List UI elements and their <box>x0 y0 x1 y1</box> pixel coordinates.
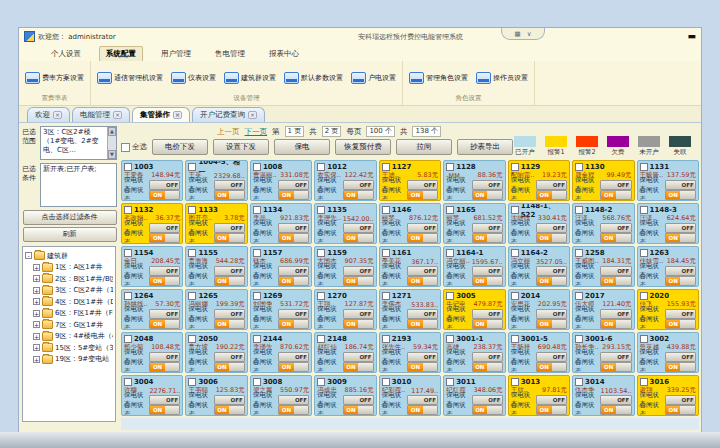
toggle-off-segment[interactable] <box>165 320 180 328</box>
toggle-off-segment[interactable]: OFF <box>423 267 438 275</box>
switch-toggle[interactable]: ON <box>343 405 374 415</box>
power-keep-toggle[interactable]: OFF <box>472 352 503 362</box>
switch-toggle[interactable]: ON <box>600 362 631 372</box>
toggle-off-segment[interactable] <box>229 191 244 199</box>
switch-toggle[interactable]: ON <box>665 233 696 243</box>
toggle-on-segment[interactable]: ON <box>666 277 681 285</box>
toggle-on-segment[interactable] <box>279 396 294 404</box>
power-keep-toggle[interactable]: OFF <box>536 223 567 233</box>
choose-filter-button[interactable]: 点击选择过滤条件 <box>23 210 117 225</box>
toggle-on-segment[interactable]: ON <box>601 191 616 199</box>
toggle-on-segment[interactable]: ON <box>601 363 616 371</box>
tab-开户记费查询[interactable]: 开户记费查询× <box>192 107 265 122</box>
toggle-off-segment[interactable]: OFF <box>487 310 502 318</box>
tree-item[interactable]: +6区：F区1#井（F区1#… <box>25 308 113 318</box>
toggle-off-segment[interactable] <box>487 234 502 242</box>
toggle-off-segment[interactable]: OFF <box>229 267 244 275</box>
toggle-on-segment[interactable] <box>537 224 552 232</box>
card-checkbox[interactable] <box>124 249 132 257</box>
power-keep-toggle[interactable]: OFF <box>407 309 438 319</box>
toggle-off-segment[interactable] <box>358 406 373 414</box>
toggle-off-segment[interactable]: OFF <box>294 396 309 404</box>
toggle-off-segment[interactable] <box>294 191 309 199</box>
switch-toggle[interactable]: ON <box>600 319 631 329</box>
card-checkbox[interactable] <box>511 378 519 386</box>
toolbar-button-拉闸[interactable]: 拉闸 <box>396 139 452 155</box>
toggle-off-segment[interactable]: OFF <box>552 353 567 361</box>
switch-toggle[interactable]: ON <box>278 190 309 200</box>
power-keep-toggle[interactable]: OFF <box>600 223 631 233</box>
card-checkbox[interactable] <box>640 163 648 171</box>
toggle-off-segment[interactable] <box>423 191 438 199</box>
card-checkbox[interactable] <box>446 292 454 300</box>
power-keep-toggle[interactable]: OFF <box>536 180 567 190</box>
toggle-on-segment[interactable] <box>150 267 165 275</box>
toggle-on-segment[interactable]: ON <box>408 191 423 199</box>
power-keep-toggle[interactable]: OFF <box>214 309 245 319</box>
toggle-on-segment[interactable] <box>215 310 230 318</box>
toggle-off-segment[interactable] <box>487 277 502 285</box>
switch-toggle[interactable]: ON <box>472 362 503 372</box>
expand-icon[interactable]: + <box>33 287 40 294</box>
ribbon-button-费率方案设置[interactable]: 费率方案设置 <box>25 72 84 84</box>
toggle-on-segment[interactable] <box>279 310 294 318</box>
toggle-off-segment[interactable]: OFF <box>229 310 244 318</box>
card-checkbox[interactable] <box>511 163 519 171</box>
card-checkbox[interactable] <box>382 249 390 257</box>
switch-toggle[interactable]: ON <box>665 319 696 329</box>
toggle-on-segment[interactable]: ON <box>601 320 616 328</box>
toggle-off-segment[interactable] <box>423 277 438 285</box>
card-checkbox[interactable] <box>382 163 390 171</box>
toggle-on-segment[interactable]: ON <box>344 320 359 328</box>
power-keep-toggle[interactable]: OFF <box>472 223 503 233</box>
card-checkbox[interactable] <box>575 378 583 386</box>
card-checkbox[interactable] <box>511 249 519 257</box>
switch-toggle[interactable]: ON <box>407 190 438 200</box>
toggle-off-segment[interactable] <box>487 191 502 199</box>
select-all[interactable]: 全选 <box>121 142 147 152</box>
card-checkbox[interactable] <box>640 249 648 257</box>
tree-item[interactable]: +4区：D区1#井（D区1… <box>25 297 113 307</box>
toggle-on-segment[interactable]: ON <box>215 191 230 199</box>
switch-toggle[interactable]: ON <box>407 362 438 372</box>
toggle-off-segment[interactable] <box>552 277 567 285</box>
ribbon-button-管理角色设置[interactable]: 管理角色设置 <box>409 72 468 84</box>
card-checkbox[interactable] <box>253 249 261 257</box>
toggle-off-segment[interactable] <box>358 234 373 242</box>
toggle-off-segment[interactable] <box>616 406 631 414</box>
toggle-on-segment[interactable]: ON <box>279 320 294 328</box>
switch-toggle[interactable]: ON <box>407 319 438 329</box>
toggle-on-segment[interactable]: ON <box>473 234 488 242</box>
toggle-on-segment[interactable] <box>215 267 230 275</box>
card-checkbox[interactable] <box>253 206 261 214</box>
toggle-on-segment[interactable]: ON <box>344 363 359 371</box>
switch-toggle[interactable]: ON <box>149 190 180 200</box>
card-checkbox[interactable] <box>188 249 196 257</box>
toggle-off-segment[interactable]: OFF <box>229 353 244 361</box>
toggle-on-segment[interactable]: ON <box>150 320 165 328</box>
switch-toggle[interactable]: ON <box>214 405 245 415</box>
toggle-on-segment[interactable]: ON <box>537 320 552 328</box>
toggle-on-segment[interactable]: ON <box>408 320 423 328</box>
switch-toggle[interactable]: ON <box>149 319 180 329</box>
toggle-off-segment[interactable]: OFF <box>294 267 309 275</box>
card-checkbox[interactable] <box>575 163 583 171</box>
card-checkbox[interactable] <box>446 163 454 171</box>
toggle-off-segment[interactable]: OFF <box>616 396 631 404</box>
tree-item[interactable]: +15区：5#变站（3#变… <box>25 343 113 353</box>
toggle-on-segment[interactable] <box>666 396 681 404</box>
toggle-off-segment[interactable] <box>680 234 695 242</box>
expand-icon[interactable]: + <box>33 298 40 305</box>
power-keep-toggle[interactable]: OFF <box>600 352 631 362</box>
toolbar-button-保电[interactable]: 保电 <box>274 139 330 155</box>
card-checkbox[interactable] <box>124 163 132 171</box>
power-keep-toggle[interactable]: OFF <box>665 266 696 276</box>
switch-toggle[interactable]: ON <box>214 233 245 243</box>
toggle-on-segment[interactable]: ON <box>279 406 294 414</box>
close-icon[interactable]: × <box>53 111 62 119</box>
toggle-off-segment[interactable]: OFF <box>165 181 180 189</box>
refresh-button[interactable]: 刷新 <box>23 227 117 242</box>
toggle-off-segment[interactable]: OFF <box>165 310 180 318</box>
toggle-off-segment[interactable] <box>680 191 695 199</box>
toggle-on-segment[interactable] <box>473 396 488 404</box>
